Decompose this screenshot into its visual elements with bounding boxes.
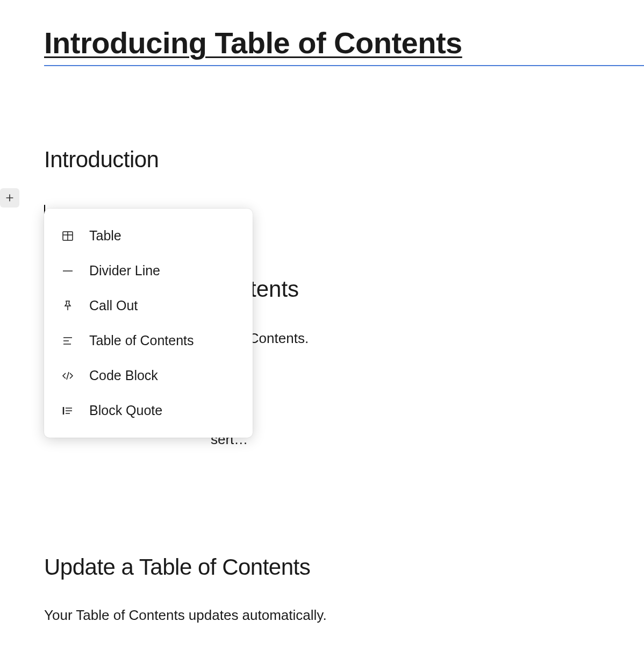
pin-icon bbox=[61, 299, 74, 312]
menu-label: Divider Line bbox=[89, 263, 160, 278]
quote-icon bbox=[61, 404, 74, 417]
section-heading-update[interactable]: Update a Table of Contents bbox=[44, 554, 644, 580]
table-icon bbox=[61, 230, 74, 242]
menu-item-table[interactable]: Table bbox=[44, 218, 253, 253]
menu-label: Call Out bbox=[89, 298, 138, 313]
toc-icon bbox=[61, 334, 74, 347]
section-heading-introduction[interactable]: Introduction bbox=[44, 147, 644, 173]
menu-label: Table of Contents bbox=[89, 333, 194, 348]
insert-menu: Table Divider Line Call Out Table of Con… bbox=[44, 209, 253, 438]
menu-label: Code Block bbox=[89, 368, 158, 383]
menu-label: Block Quote bbox=[89, 403, 162, 418]
menu-item-blockquote[interactable]: Block Quote bbox=[44, 393, 253, 428]
code-icon bbox=[61, 369, 74, 382]
menu-label: Table bbox=[89, 228, 121, 244]
menu-item-callout[interactable]: Call Out bbox=[44, 288, 253, 323]
divider-icon bbox=[61, 265, 74, 277]
svg-line-7 bbox=[67, 372, 69, 380]
menu-item-code[interactable]: Code Block bbox=[44, 358, 253, 393]
menu-item-divider[interactable]: Divider Line bbox=[44, 253, 253, 288]
page-title[interactable]: Introducing Table of Contents bbox=[44, 25, 644, 66]
menu-item-toc[interactable]: Table of Contents bbox=[44, 323, 253, 358]
body-text-update[interactable]: Your Table of Contents updates automatic… bbox=[44, 607, 644, 624]
